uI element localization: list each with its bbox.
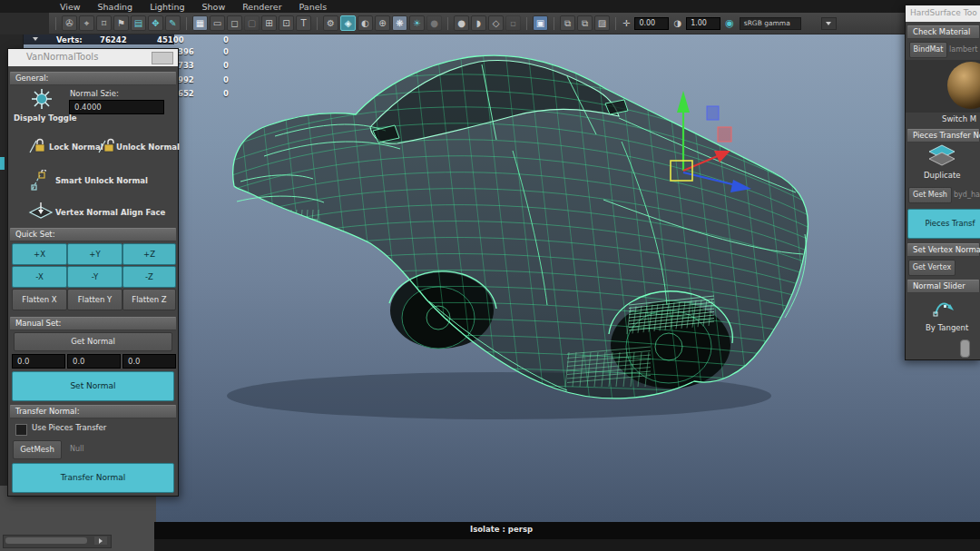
get-normal-button[interactable]: Get Normal — [14, 332, 172, 351]
flatten-x-button[interactable]: Flatten X — [12, 289, 67, 310]
textured-icon[interactable]: ⊕ — [375, 15, 390, 31]
panel-titlebar[interactable]: VanNormalTools — [8, 49, 178, 66]
camera-select-icon[interactable]: ⌖ — [79, 15, 94, 31]
multisample-icon[interactable]: ◇ — [488, 15, 504, 31]
toolbar-left-spacer — [0, 13, 49, 34]
set-normal-button[interactable]: Set Normal — [12, 371, 174, 401]
shadow-icon[interactable]: ● — [426, 15, 442, 31]
paste-icon[interactable]: ▨ — [594, 15, 610, 31]
snapshot-icon[interactable]: ⧉ — [560, 15, 575, 31]
safe-title-icon[interactable]: T — [296, 15, 311, 31]
flatten-z-button[interactable]: Flatten Z — [122, 289, 176, 310]
duplicate-icon[interactable] — [927, 143, 956, 169]
by-tangent-icon[interactable] — [931, 294, 956, 320]
use-pieces-transfer-checkbox[interactable] — [15, 424, 27, 436]
vertex-normal-align-face-icon[interactable] — [28, 202, 54, 221]
menu-panels[interactable]: Panels — [299, 2, 328, 12]
switch-material-button[interactable]: Switch M — [942, 114, 976, 123]
duplicate-label[interactable]: Duplicate — [924, 171, 961, 180]
flat-shade-icon[interactable]: ◐ — [358, 15, 373, 31]
resolution-gate-icon[interactable]: ◻ — [227, 15, 242, 31]
section-pieces-transfer: Pieces Transfer Nor — [907, 129, 979, 143]
normal-slider-handle[interactable] — [960, 339, 970, 358]
use-pieces-transfer-label[interactable]: Use Pieces Transfer — [32, 423, 106, 432]
mesh-name-field[interactable]: byd_ha — [954, 191, 980, 199]
get-mesh-button[interactable]: Get Mesh — [908, 187, 952, 203]
grid-icon[interactable]: ▦ — [192, 15, 208, 31]
light-icon[interactable]: ☀ — [409, 15, 425, 31]
lock-icon[interactable] — [28, 136, 46, 154]
display-toggle-icon[interactable] — [30, 87, 54, 111]
quick-plus-y-button[interactable]: +Y — [67, 243, 122, 265]
occlusion-icon[interactable]: ● — [454, 15, 469, 31]
transfer-normal-button[interactable]: Transfer Normal — [12, 463, 174, 493]
color-management-icon[interactable]: ◉ — [725, 17, 734, 29]
field-chart-icon[interactable]: ⊞ — [261, 15, 277, 31]
unlock-normal-button[interactable]: Unlock Normal — [116, 143, 180, 152]
quick-plus-z-button[interactable]: +Z — [122, 243, 176, 265]
toolbar-separator — [317, 17, 318, 30]
bookmark-icon[interactable]: ⚑ — [113, 15, 129, 31]
plugin-icon[interactable]: ▫ — [505, 15, 521, 31]
quick-minus-y-button[interactable]: -Y — [67, 266, 122, 288]
get-mesh-button[interactable]: GetMesh — [13, 440, 62, 459]
menu-lighting[interactable]: Lighting — [150, 2, 184, 12]
manual-x-field[interactable]: 0.0 — [12, 354, 65, 369]
unlock-icon[interactable] — [97, 136, 115, 154]
menu-renderer[interactable]: Renderer — [242, 2, 281, 12]
quick-plus-x-button[interactable]: +X — [12, 243, 67, 265]
hud-value: 0 — [223, 89, 229, 98]
normal-size-field[interactable]: 0.4000 — [69, 100, 164, 114]
smooth-shade-icon[interactable]: ◈ — [340, 15, 356, 31]
camera-icon[interactable]: ✇ — [62, 15, 77, 31]
smart-unlock-normal-button[interactable]: Smart Unlock Normal — [55, 176, 148, 185]
section-normal-slider: Normal Slider — [907, 280, 979, 293]
menu-shading[interactable]: Shading — [98, 2, 133, 12]
gate-mask-icon[interactable]: ▢ — [244, 15, 260, 31]
exposure-field[interactable]: 0.00 — [634, 17, 669, 30]
menu-show[interactable]: Show — [202, 2, 226, 12]
gear-icon[interactable]: ⚙ — [323, 15, 338, 31]
bindmat-button[interactable]: BindMat — [909, 42, 947, 58]
section-quick-set: Quick Set: — [10, 228, 176, 241]
quick-minus-z-button[interactable]: -Z — [122, 266, 176, 288]
vertex-normal-align-face-button[interactable]: Vertex Normal Align Face — [55, 208, 165, 217]
scroll-right-button[interactable] — [94, 536, 107, 545]
pan-zoom-icon[interactable]: ✥ — [148, 15, 163, 31]
display-toggle-label[interactable]: Dispaly Toggle — [14, 113, 77, 123]
toolbar-separator — [526, 17, 527, 30]
material-name-field[interactable]: lambert — [949, 45, 977, 54]
manual-y-field[interactable]: 0.0 — [67, 354, 121, 369]
gamma-dropdown-arrow[interactable] — [821, 17, 837, 30]
flatten-y-button[interactable]: Flatten Y — [67, 289, 122, 310]
isolate-select-icon[interactable]: ▣ — [533, 15, 548, 31]
safe-action-icon[interactable]: ⊡ — [279, 15, 294, 31]
smart-unlock-icon[interactable] — [30, 170, 50, 192]
scrollbar-thumb[interactable] — [5, 537, 87, 544]
film-gate-icon[interactable]: ▭ — [210, 15, 225, 31]
exposure-icon[interactable]: ✛ — [622, 18, 630, 28]
camera-lock-icon[interactable]: ⌑ — [96, 15, 112, 31]
manual-z-field[interactable]: 0.0 — [122, 354, 176, 369]
grease-pencil-icon[interactable]: ✎ — [165, 15, 181, 31]
horizontal-scrollbar[interactable] — [3, 535, 112, 548]
by-tangent-label[interactable]: By Tangent — [926, 323, 968, 332]
viewport-toolbar: ✇⌖⌑⚑▤✥✎▦▭◻▢⊞⊡T⚙◈◐⊕❋☀●●◗◇▫▣⧉⧉▨ ✛ 0.00 ◑ 1… — [0, 13, 980, 34]
copy-icon[interactable]: ⧉ — [577, 15, 593, 31]
lock-normal-button[interactable]: Lock Normal — [49, 143, 103, 152]
image-plane-icon[interactable]: ▤ — [131, 15, 146, 31]
gamma-select[interactable]: sRGB gamma — [740, 17, 801, 30]
mesh-name-field[interactable]: Null — [70, 445, 84, 453]
quick-minus-x-button[interactable]: -X — [12, 266, 67, 288]
panel-collapse-arrow-icon[interactable] — [33, 37, 38, 41]
pieces-transfer-button[interactable]: Pieces Transf — [907, 209, 980, 239]
contrast-field[interactable]: 1.00 — [686, 17, 720, 30]
use-all-lights-icon[interactable]: ❋ — [392, 15, 407, 31]
panel-titlebar[interactable]: HardSurface Too — [906, 5, 980, 22]
panel-collapse-button[interactable] — [152, 52, 173, 64]
normal-size-label: Normal Szie: — [70, 89, 119, 98]
menu-view[interactable]: View — [60, 2, 81, 12]
contrast-icon[interactable]: ◑ — [673, 18, 681, 28]
get-vertex-button[interactable]: Get Vertex — [908, 260, 956, 276]
motion-blur-icon[interactable]: ◗ — [471, 15, 486, 31]
